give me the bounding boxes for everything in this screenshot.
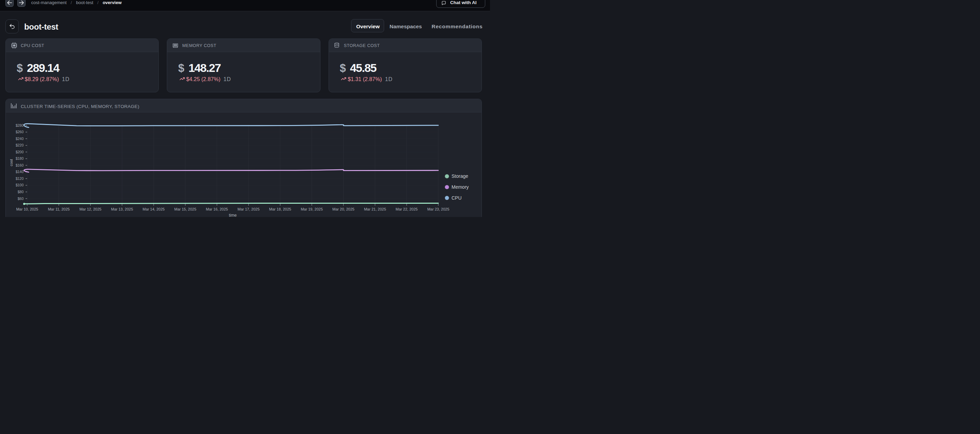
- svg-text:$120: $120: [16, 176, 24, 180]
- svg-text:cost: cost: [9, 159, 13, 166]
- svg-text:$220: $220: [16, 143, 24, 147]
- svg-text:CPU: CPU: [452, 195, 462, 200]
- svg-text:$200: $200: [16, 150, 24, 154]
- svg-text:Mar 10, 2025: Mar 10, 2025: [16, 207, 38, 211]
- svg-text:$280: $280: [16, 123, 24, 127]
- svg-text:Mar 19, 2025: Mar 19, 2025: [301, 207, 323, 211]
- svg-text:Mar 14, 2025: Mar 14, 2025: [143, 207, 165, 211]
- svg-text:$180: $180: [16, 156, 24, 160]
- svg-text:Mar 13, 2025: Mar 13, 2025: [111, 207, 133, 211]
- svg-text:Storage: Storage: [452, 173, 468, 179]
- svg-text:Mar 17, 2025: Mar 17, 2025: [237, 207, 259, 211]
- svg-text:Mar 16, 2025: Mar 16, 2025: [206, 207, 228, 211]
- svg-text:$80: $80: [18, 190, 24, 194]
- svg-text:Memory: Memory: [452, 184, 469, 190]
- svg-text:$100: $100: [16, 183, 24, 187]
- svg-text:Mar 20, 2025: Mar 20, 2025: [332, 207, 355, 211]
- svg-text:Mar 23, 2025: Mar 23, 2025: [427, 207, 449, 211]
- svg-text:Mar 11, 2025: Mar 11, 2025: [48, 207, 70, 211]
- svg-text:Mar 21, 2025: Mar 21, 2025: [364, 207, 386, 211]
- svg-text:$240: $240: [16, 136, 24, 140]
- svg-text:$260: $260: [16, 130, 24, 134]
- svg-text:Mar 12, 2025: Mar 12, 2025: [80, 207, 102, 211]
- svg-text:Mar 15, 2025: Mar 15, 2025: [174, 207, 196, 211]
- svg-text:Mar 22, 2025: Mar 22, 2025: [396, 207, 418, 211]
- svg-text:Mar 18, 2025: Mar 18, 2025: [269, 207, 291, 211]
- svg-text:time: time: [229, 212, 237, 217]
- svg-text:$140: $140: [16, 170, 24, 174]
- svg-text:$60: $60: [18, 196, 24, 200]
- svg-text:$160: $160: [16, 163, 24, 167]
